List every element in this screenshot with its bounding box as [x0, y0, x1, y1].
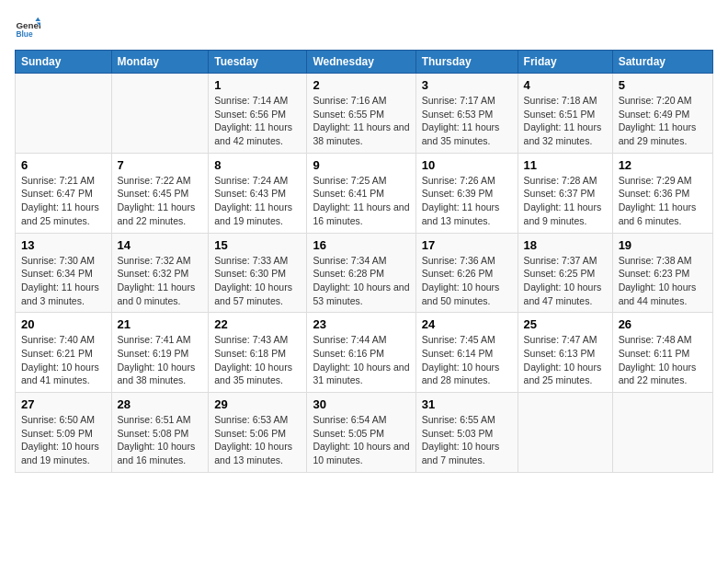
svg-marker-2 — [35, 17, 40, 21]
cell-content: Sunrise: 7:17 AMSunset: 6:53 PMDaylight:… — [422, 94, 512, 148]
calendar-cell: 31Sunrise: 6:55 AMSunset: 5:03 PMDayligh… — [415, 393, 518, 473]
cell-content: Sunrise: 7:41 AMSunset: 6:19 PMDaylight:… — [118, 333, 203, 387]
calendar-cell: 8Sunrise: 7:24 AMSunset: 6:43 PMDaylight… — [209, 153, 307, 233]
svg-text:Blue: Blue — [16, 29, 32, 39]
cell-content: Sunrise: 7:18 AMSunset: 6:51 PMDaylight:… — [524, 94, 607, 148]
week-row-4: 20Sunrise: 7:40 AMSunset: 6:21 PMDayligh… — [16, 313, 713, 393]
day-number: 17 — [422, 238, 512, 252]
column-header-thursday: Thursday — [415, 51, 518, 74]
calendar-cell: 23Sunrise: 7:44 AMSunset: 6:16 PMDayligh… — [307, 313, 415, 393]
day-number: 8 — [214, 158, 301, 172]
column-header-tuesday: Tuesday — [209, 51, 307, 74]
calendar-cell: 2Sunrise: 7:16 AMSunset: 6:55 PMDaylight… — [307, 74, 415, 154]
day-number: 4 — [524, 78, 607, 92]
cell-content: Sunrise: 7:37 AMSunset: 6:25 PMDaylight:… — [524, 254, 607, 308]
cell-content: Sunrise: 7:28 AMSunset: 6:37 PMDaylight:… — [524, 174, 607, 228]
day-number: 12 — [619, 158, 707, 172]
cell-content: Sunrise: 7:38 AMSunset: 6:23 PMDaylight:… — [619, 254, 707, 308]
day-number: 24 — [422, 317, 512, 331]
day-number: 6 — [21, 158, 106, 172]
calendar-cell: 30Sunrise: 6:54 AMSunset: 5:05 PMDayligh… — [307, 393, 415, 473]
calendar-header: SundayMondayTuesdayWednesdayThursdayFrid… — [16, 51, 713, 74]
day-number: 25 — [524, 317, 607, 331]
cell-content: Sunrise: 7:36 AMSunset: 6:26 PMDaylight:… — [422, 254, 512, 308]
cell-content: Sunrise: 7:22 AMSunset: 6:45 PMDaylight:… — [118, 174, 203, 228]
cell-content: Sunrise: 7:34 AMSunset: 6:28 PMDaylight:… — [313, 254, 409, 308]
day-number: 28 — [118, 397, 203, 411]
calendar-cell: 4Sunrise: 7:18 AMSunset: 6:51 PMDaylight… — [518, 74, 612, 154]
day-number: 2 — [313, 78, 409, 92]
calendar-cell — [518, 393, 612, 473]
day-number: 29 — [214, 397, 301, 411]
calendar-cell: 11Sunrise: 7:28 AMSunset: 6:37 PMDayligh… — [518, 153, 612, 233]
calendar-cell — [111, 74, 209, 154]
calendar-cell: 19Sunrise: 7:38 AMSunset: 6:23 PMDayligh… — [612, 233, 712, 313]
cell-content: Sunrise: 7:21 AMSunset: 6:47 PMDaylight:… — [21, 174, 106, 228]
calendar-cell: 26Sunrise: 7:48 AMSunset: 6:11 PMDayligh… — [612, 313, 712, 393]
cell-content: Sunrise: 7:20 AMSunset: 6:49 PMDaylight:… — [619, 94, 707, 148]
day-number: 16 — [313, 238, 409, 252]
day-number: 26 — [619, 317, 707, 331]
day-number: 14 — [118, 238, 203, 252]
calendar-cell: 13Sunrise: 7:30 AMSunset: 6:34 PMDayligh… — [16, 233, 112, 313]
day-number: 27 — [21, 397, 106, 411]
cell-content: Sunrise: 7:32 AMSunset: 6:32 PMDaylight:… — [118, 254, 203, 308]
day-number: 9 — [313, 158, 409, 172]
column-header-monday: Monday — [111, 51, 209, 74]
cell-content: Sunrise: 7:14 AMSunset: 6:56 PMDaylight:… — [214, 94, 301, 148]
cell-content: Sunrise: 6:54 AMSunset: 5:05 PMDaylight:… — [313, 413, 409, 467]
logo-icon: General Blue — [15, 15, 40, 40]
cell-content: Sunrise: 7:48 AMSunset: 6:11 PMDaylight:… — [619, 333, 707, 387]
day-number: 13 — [21, 238, 106, 252]
cell-content: Sunrise: 7:26 AMSunset: 6:39 PMDaylight:… — [422, 174, 512, 228]
day-number: 31 — [422, 397, 512, 411]
day-number: 11 — [524, 158, 607, 172]
day-number: 7 — [118, 158, 203, 172]
cell-content: Sunrise: 7:33 AMSunset: 6:30 PMDaylight:… — [214, 254, 301, 308]
week-row-5: 27Sunrise: 6:50 AMSunset: 5:09 PMDayligh… — [16, 393, 713, 473]
calendar-cell: 14Sunrise: 7:32 AMSunset: 6:32 PMDayligh… — [111, 233, 209, 313]
calendar-cell: 12Sunrise: 7:29 AMSunset: 6:36 PMDayligh… — [612, 153, 712, 233]
calendar-cell: 9Sunrise: 7:25 AMSunset: 6:41 PMDaylight… — [307, 153, 415, 233]
column-header-friday: Friday — [518, 51, 612, 74]
calendar-cell: 10Sunrise: 7:26 AMSunset: 6:39 PMDayligh… — [415, 153, 518, 233]
cell-content: Sunrise: 7:47 AMSunset: 6:13 PMDaylight:… — [524, 333, 607, 387]
cell-content: Sunrise: 7:45 AMSunset: 6:14 PMDaylight:… — [422, 333, 512, 387]
day-number: 22 — [214, 317, 301, 331]
day-number: 23 — [313, 317, 409, 331]
cell-content: Sunrise: 7:44 AMSunset: 6:16 PMDaylight:… — [313, 333, 409, 387]
calendar-cell: 20Sunrise: 7:40 AMSunset: 6:21 PMDayligh… — [16, 313, 112, 393]
column-header-sunday: Sunday — [16, 51, 112, 74]
day-number: 1 — [214, 78, 301, 92]
logo: General Blue — [15, 15, 44, 40]
calendar-cell: 18Sunrise: 7:37 AMSunset: 6:25 PMDayligh… — [518, 233, 612, 313]
calendar-cell: 7Sunrise: 7:22 AMSunset: 6:45 PMDaylight… — [111, 153, 209, 233]
calendar-cell — [612, 393, 712, 473]
day-number: 10 — [422, 158, 512, 172]
calendar-cell: 22Sunrise: 7:43 AMSunset: 6:18 PMDayligh… — [209, 313, 307, 393]
day-number: 5 — [619, 78, 707, 92]
calendar-table: SundayMondayTuesdayWednesdayThursdayFrid… — [15, 50, 713, 473]
cell-content: Sunrise: 6:55 AMSunset: 5:03 PMDaylight:… — [422, 413, 512, 467]
day-number: 15 — [214, 238, 301, 252]
column-header-saturday: Saturday — [612, 51, 712, 74]
calendar-cell: 29Sunrise: 6:53 AMSunset: 5:06 PMDayligh… — [209, 393, 307, 473]
column-header-wednesday: Wednesday — [307, 51, 415, 74]
calendar-cell: 16Sunrise: 7:34 AMSunset: 6:28 PMDayligh… — [307, 233, 415, 313]
calendar-cell: 21Sunrise: 7:41 AMSunset: 6:19 PMDayligh… — [111, 313, 209, 393]
week-row-2: 6Sunrise: 7:21 AMSunset: 6:47 PMDaylight… — [16, 153, 713, 233]
day-number: 30 — [313, 397, 409, 411]
day-number: 20 — [21, 317, 106, 331]
week-row-1: 1Sunrise: 7:14 AMSunset: 6:56 PMDaylight… — [16, 74, 713, 154]
day-number: 3 — [422, 78, 512, 92]
day-number: 19 — [619, 238, 707, 252]
cell-content: Sunrise: 6:50 AMSunset: 5:09 PMDaylight:… — [21, 413, 106, 467]
calendar-cell: 3Sunrise: 7:17 AMSunset: 6:53 PMDaylight… — [415, 74, 518, 154]
calendar-cell: 25Sunrise: 7:47 AMSunset: 6:13 PMDayligh… — [518, 313, 612, 393]
calendar-cell: 28Sunrise: 6:51 AMSunset: 5:08 PMDayligh… — [111, 393, 209, 473]
cell-content: Sunrise: 7:30 AMSunset: 6:34 PMDaylight:… — [21, 254, 106, 308]
calendar-cell: 27Sunrise: 6:50 AMSunset: 5:09 PMDayligh… — [16, 393, 112, 473]
cell-content: Sunrise: 7:40 AMSunset: 6:21 PMDaylight:… — [21, 333, 106, 387]
cell-content: Sunrise: 6:53 AMSunset: 5:06 PMDaylight:… — [214, 413, 301, 467]
week-row-3: 13Sunrise: 7:30 AMSunset: 6:34 PMDayligh… — [16, 233, 713, 313]
